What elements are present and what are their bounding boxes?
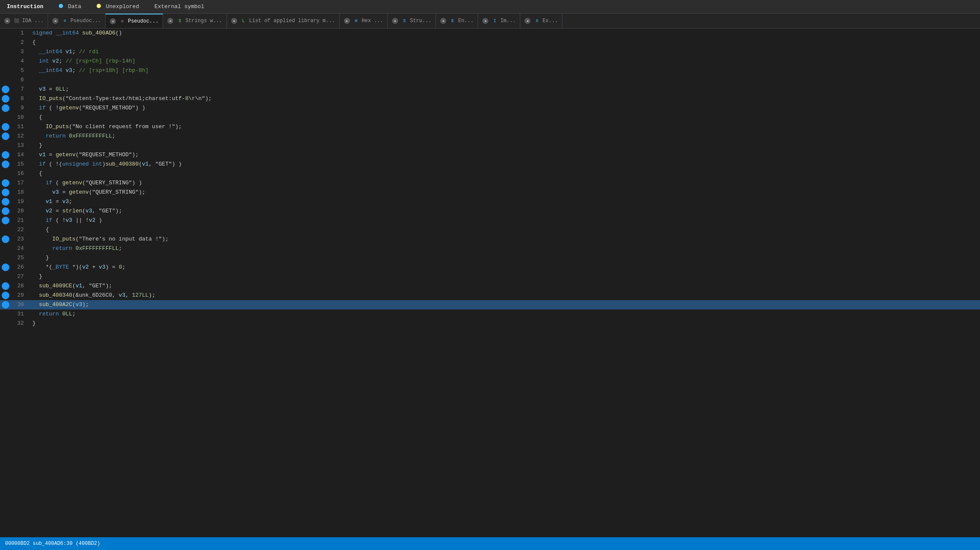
line-content: IO_puts("Content-Type:text/html;charset:… bbox=[29, 94, 980, 103]
code-area: 1signed __int64 sub_400AD6()2{3 __int64 … bbox=[0, 29, 980, 537]
breakpoint-dot bbox=[2, 264, 9, 271]
table-row[interactable]: 24 return 0xFFFFFFFFFLL; bbox=[0, 244, 980, 253]
table-row[interactable]: 25 } bbox=[0, 253, 980, 263]
status-text: 00000BD2 sub_400AD6:30 (400BD2) bbox=[5, 541, 100, 547]
line-number: 28 bbox=[12, 281, 29, 291]
table-row[interactable]: 6 bbox=[0, 75, 980, 85]
line-number: 8 bbox=[12, 94, 29, 103]
tab-library-list[interactable]: ✕ L List of applied library m... bbox=[227, 14, 340, 29]
tab-hex-close[interactable]: ✕ bbox=[344, 18, 350, 24]
breakpoint-dot bbox=[2, 142, 9, 149]
line-content: { bbox=[29, 113, 980, 122]
line-number: 31 bbox=[12, 309, 29, 319]
table-row[interactable]: 4 int v2; // [rsp+Ch] [rbp-14h] bbox=[0, 57, 980, 66]
tab-pseudoc-1[interactable]: ✕ ≡ Pseudoc... bbox=[48, 14, 106, 29]
breakpoint-dot bbox=[2, 160, 9, 168]
tab-pseudoc-1-icon: ≡ bbox=[61, 17, 68, 24]
table-row[interactable]: 22 { bbox=[0, 225, 980, 235]
line-content: sub_4009CE(v1, "GET"); bbox=[29, 281, 980, 291]
line-number: 1 bbox=[12, 29, 29, 38]
nav-data[interactable]: Data bbox=[55, 2, 85, 11]
table-row[interactable]: 21 if ( !v3 || !v2 ) bbox=[0, 216, 980, 225]
table-row[interactable]: 18 v3 = getenv("QUERY_STRING"); bbox=[0, 188, 980, 197]
table-row[interactable]: 23 IO_puts("There's no input data !"); bbox=[0, 235, 980, 244]
tab-structures[interactable]: ✕ S Stru... bbox=[388, 14, 436, 29]
line-number: 19 bbox=[12, 197, 29, 206]
breakpoint-dot bbox=[2, 254, 9, 262]
table-row[interactable]: 14 v1 = getenv("REQUEST_METHOD"); bbox=[0, 150, 980, 160]
table-row[interactable]: 19 v1 = v3; bbox=[0, 197, 980, 206]
table-row[interactable]: 20 v2 = strlen(v3, "GET"); bbox=[0, 206, 980, 216]
line-content: return 0LL; bbox=[29, 309, 980, 319]
tab-enums-close[interactable]: ✕ bbox=[440, 18, 446, 24]
breakpoint-dot bbox=[2, 226, 9, 234]
tab-pseudoc-2[interactable]: ✕ ≡ Pseudoc... bbox=[106, 14, 163, 29]
table-row[interactable]: 26 *(_BYTE *)(v2 + v3) = 0; bbox=[0, 263, 980, 272]
table-row[interactable]: 15 if ( !(unsigned int)sub_400380(v1, "G… bbox=[0, 160, 980, 169]
line-content: v3 = 0LL; bbox=[29, 85, 980, 94]
tab-exports-close[interactable]: ✕ bbox=[524, 18, 530, 24]
line-content: } bbox=[29, 141, 980, 150]
tab-structures-close[interactable]: ✕ bbox=[392, 18, 398, 24]
line-content: } bbox=[29, 319, 980, 328]
breakpoint-dot bbox=[2, 104, 9, 112]
line-content: IO_puts("No client request from user !")… bbox=[29, 122, 980, 132]
breakpoint-dot bbox=[2, 245, 9, 252]
tab-exports[interactable]: ✕ X Ex... bbox=[520, 14, 562, 29]
table-row[interactable]: 32} bbox=[0, 319, 980, 328]
table-row[interactable]: 3 __int64 v1; // rdi bbox=[0, 47, 980, 57]
tab-hex-icon: H bbox=[353, 17, 360, 24]
table-row[interactable]: 10 { bbox=[0, 113, 980, 122]
tab-pseudoc-1-close[interactable]: ✕ bbox=[52, 18, 58, 24]
breakpoint-dot bbox=[2, 217, 9, 224]
line-number: 10 bbox=[12, 113, 29, 122]
breakpoint-dot bbox=[2, 95, 9, 103]
tab-imports[interactable]: ✕ I Im... bbox=[478, 14, 520, 29]
breakpoint-dot bbox=[2, 301, 9, 309]
table-row[interactable]: 29 sub_400340(&unk_6D26C0, v3, 127LL); bbox=[0, 291, 980, 300]
line-content: return 0xFFFFFFFFFLL; bbox=[29, 244, 980, 253]
table-row[interactable]: 16 { bbox=[0, 169, 980, 178]
breakpoint-dot bbox=[2, 57, 9, 65]
line-number: 9 bbox=[12, 103, 29, 113]
table-row[interactable]: 28 sub_4009CE(v1, "GET"); bbox=[0, 281, 980, 291]
tab-enums[interactable]: ✕ E En... bbox=[436, 14, 478, 29]
status-bar: 00000BD2 sub_400AD6:30 (400BD2) bbox=[0, 537, 980, 550]
table-row[interactable]: 9 if ( !getenv("REQUEST_METHOD") ) bbox=[0, 103, 980, 113]
table-row[interactable]: 8 IO_puts("Content-Type:text/html;charse… bbox=[0, 94, 980, 103]
line-number: 2 bbox=[12, 38, 29, 47]
breakpoint-dot bbox=[2, 39, 9, 46]
nav-external-symbol[interactable]: External symbol bbox=[151, 2, 208, 11]
breakpoint-dot bbox=[2, 86, 9, 93]
table-row[interactable]: 12 return 0xFFFFFFFFFLL; bbox=[0, 132, 980, 141]
table-row[interactable]: 31 return 0LL; bbox=[0, 309, 980, 319]
breakpoint-dot bbox=[2, 48, 9, 56]
tab-imports-close[interactable]: ✕ bbox=[482, 18, 488, 24]
breakpoint-dot bbox=[2, 310, 9, 318]
table-row[interactable]: 5 __int64 v3; // [rsp+18h] [rbp-8h] bbox=[0, 66, 980, 75]
table-row[interactable]: 2{ bbox=[0, 38, 980, 47]
line-content: { bbox=[29, 169, 980, 178]
nav-instruction[interactable]: Instruction bbox=[3, 2, 47, 11]
line-content: IO_puts("There's no input data !"); bbox=[29, 235, 980, 244]
table-row[interactable]: 17 if ( getenv("QUERY_STRING") ) bbox=[0, 178, 980, 188]
tab-library-close[interactable]: ✕ bbox=[231, 18, 237, 24]
tab-strings[interactable]: ✕ S Strings w... bbox=[163, 14, 226, 29]
table-row[interactable]: 30 sub_400A2C(v3); bbox=[0, 300, 980, 309]
table-row[interactable]: 13 } bbox=[0, 141, 980, 150]
table-row[interactable]: 27 } bbox=[0, 272, 980, 281]
tab-pseudoc-2-close[interactable]: ✕ bbox=[110, 18, 116, 24]
line-number: 26 bbox=[12, 263, 29, 272]
table-row[interactable]: 1signed __int64 sub_400AD6() bbox=[0, 29, 980, 38]
line-number: 4 bbox=[12, 57, 29, 66]
tab-ida[interactable]: ✕ ⬛ IDA ... bbox=[0, 14, 48, 29]
breakpoint-dot bbox=[2, 198, 9, 206]
nav-unexplored[interactable]: Unexplored bbox=[93, 2, 143, 11]
tab-ida-close[interactable]: ✕ bbox=[4, 18, 10, 24]
tab-strings-close[interactable]: ✕ bbox=[167, 18, 173, 24]
table-row[interactable]: 11 IO_puts("No client request from user … bbox=[0, 122, 980, 132]
table-row[interactable]: 7 v3 = 0LL; bbox=[0, 85, 980, 94]
tab-hex[interactable]: ✕ H Hex ... bbox=[340, 14, 388, 29]
nav-unexplored-dot bbox=[97, 4, 101, 8]
line-number: 7 bbox=[12, 85, 29, 94]
